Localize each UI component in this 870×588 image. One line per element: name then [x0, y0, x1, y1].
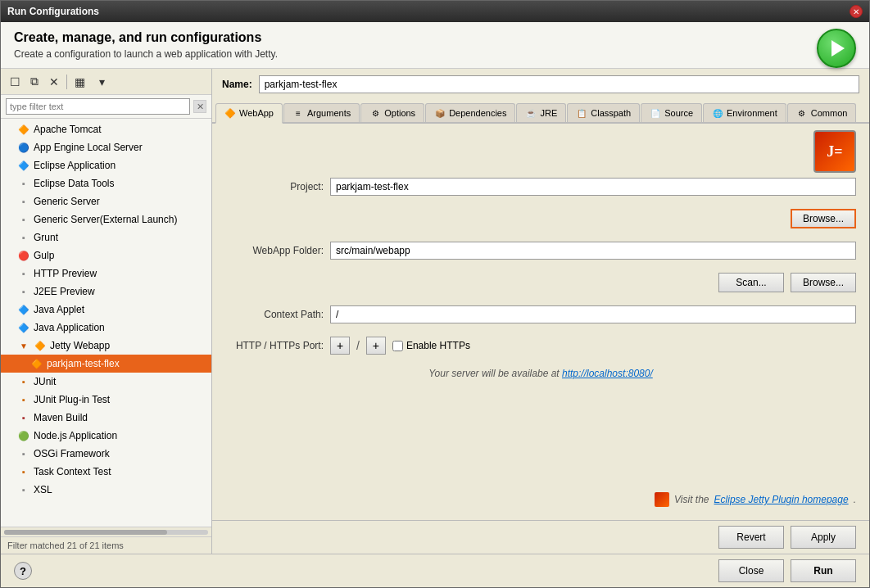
filter-config-button[interactable]: ▦ — [70, 73, 88, 91]
close-window-button[interactable]: ✕ — [850, 5, 863, 18]
filter-clear-button[interactable]: ✕ — [193, 100, 206, 113]
name-input[interactable] — [259, 75, 859, 93]
tab-options-label: Options — [384, 108, 415, 118]
tab-common[interactable]: ⚙ Common — [787, 103, 857, 122]
tab-jre-label: JRE — [540, 108, 557, 118]
tab-source-label: Source — [664, 108, 693, 118]
tree-item-apache-tomcat[interactable]: 🔶 Apache Tomcat — [1, 120, 211, 138]
tree-item-j2ee-preview[interactable]: ▪ J2EE Preview — [1, 283, 211, 301]
tree-item-junit-plugin[interactable]: ▪ JUnit Plug-in Test — [1, 391, 211, 409]
revert-apply-bar: Revert Apply — [212, 520, 869, 554]
jetty-webapp-icon: 🔶 — [34, 339, 47, 352]
http-port-row: HTTP / HTTPs Port: + / + Enable HTTPs — [225, 337, 856, 355]
close-button[interactable]: Close — [718, 559, 784, 582]
tree-item-junit[interactable]: ▪ JUnit — [1, 373, 211, 391]
copy-config-button[interactable]: ⧉ — [25, 73, 43, 91]
main-content: ☐ ⧉ ✕ ▦ ▾ ✕ 🔶 Apache Tomcat 🔵 — [1, 69, 869, 554]
tree-label: Generic Server(External Launch) — [34, 214, 177, 225]
tab-jre[interactable]: ☕ JRE — [516, 103, 566, 122]
tree-item-http-preview[interactable]: ▪ HTTP Preview — [1, 265, 211, 283]
run-header-button[interactable] — [817, 29, 856, 68]
tree-label: Eclipse Data Tools — [34, 178, 115, 189]
project-row: Project: — [225, 178, 856, 196]
tree-item-osgi[interactable]: ▪ OSGi Framework — [1, 445, 211, 463]
tab-common-label: Common — [811, 108, 848, 118]
http-preview-icon: ▪ — [17, 267, 30, 280]
server-message: Your server will be availabe at http://l… — [225, 368, 856, 379]
tree-item-eclipse-app[interactable]: 🔷 Eclipse Application — [1, 156, 211, 174]
apply-button[interactable]: Apply — [791, 526, 856, 549]
left-panel: ☐ ⧉ ✕ ▦ ▾ ✕ 🔶 Apache Tomcat 🔵 — [1, 69, 212, 554]
tree-label: Grunt — [34, 232, 58, 243]
footer-bar: ? Close Run — [1, 554, 869, 587]
tree-label: Node.js Application — [34, 430, 117, 441]
webapp-folder-input[interactable] — [330, 242, 856, 260]
tree-item-java-applet[interactable]: 🔷 Java Applet — [1, 301, 211, 319]
new-config-button[interactable]: ☐ — [6, 73, 24, 91]
webapp-folder-row: WebApp Folder: — [225, 242, 856, 260]
tree-item-parkjam-test-flex[interactable]: 🔶 parkjam-test-flex — [1, 355, 211, 373]
project-label: Project: — [225, 181, 324, 192]
server-message-text: Your server will be availabe at — [428, 368, 559, 379]
webapp-content: J= Project: Browse... WebApp Folder: — [212, 124, 869, 520]
osgi-icon: ▪ — [17, 447, 30, 460]
tree-item-java-application[interactable]: 🔷 Java Application — [1, 319, 211, 337]
help-button[interactable]: ? — [14, 562, 32, 580]
config-menu-button[interactable]: ▾ — [90, 73, 113, 91]
tree-item-jetty-webapp-group[interactable]: ▼ 🔶 Jetty Webapp — [1, 337, 211, 355]
tree-item-task-context-test[interactable]: ▪ Task Context Test — [1, 463, 211, 481]
tree-item-maven-build[interactable]: ▪ Maven Build — [1, 409, 211, 427]
filter-status: Filter matched 21 of 21 items — [1, 536, 211, 554]
tree-label: Task Context Test — [34, 466, 111, 477]
tree-label: JUnit Plug-in Test — [34, 394, 110, 405]
left-toolbar: ☐ ⧉ ✕ ▦ ▾ — [1, 69, 211, 95]
java-applet-icon: 🔷 — [17, 303, 30, 316]
tree-item-xsl[interactable]: ▪ XSL — [1, 481, 211, 499]
nodejs-icon: 🟢 — [17, 429, 30, 442]
enable-https-label: Enable HTTPs — [392, 340, 470, 351]
run-button[interactable]: Run — [791, 559, 856, 582]
http-port-plus-button[interactable]: + — [330, 337, 350, 355]
tab-environment[interactable]: 🌐 Environment — [703, 103, 786, 122]
tree-item-generic-server[interactable]: ▪ Generic Server — [1, 192, 211, 210]
enable-https-checkbox[interactable] — [392, 341, 403, 351]
tree-item-nodejs[interactable]: 🟢 Node.js Application — [1, 427, 211, 445]
tree-item-generic-server-ext[interactable]: ▪ Generic Server(External Launch) — [1, 210, 211, 228]
spacer — [225, 392, 856, 479]
tree-item-app-engine[interactable]: 🔵 App Engine Local Server — [1, 138, 211, 156]
context-path-label: Context Path: — [225, 309, 324, 320]
revert-button[interactable]: Revert — [718, 526, 784, 549]
tree-item-gulp[interactable]: 🔴 Gulp — [1, 247, 211, 265]
tab-source[interactable]: 📄 Source — [641, 103, 702, 122]
jetty-logo: J= — [813, 130, 856, 173]
webapp-folder-browse-button[interactable]: Browse... — [791, 273, 856, 292]
tab-options[interactable]: ⚙ Options — [360, 103, 424, 122]
tab-webapp[interactable]: 🔶 WebApp — [215, 103, 283, 124]
window-title: Run Configurations — [7, 6, 99, 17]
context-path-input[interactable] — [330, 305, 856, 323]
tree-label: Apache Tomcat — [34, 124, 102, 135]
dependencies-tab-icon: 📦 — [434, 107, 446, 119]
server-link[interactable]: http://localhost:8080/ — [562, 368, 653, 379]
tree-label: J2EE Preview — [34, 286, 95, 297]
right-panel: Name: 🔶 WebApp ≡ Arguments ⚙ Options — [212, 69, 869, 554]
project-browse-button[interactable]: Browse... — [791, 209, 856, 228]
tree-item-eclipse-data[interactable]: ▪ Eclipse Data Tools — [1, 174, 211, 192]
tree-label: App Engine Local Server — [34, 142, 143, 153]
delete-config-button[interactable]: ✕ — [45, 73, 63, 91]
tree-label: JUnit — [34, 376, 56, 387]
project-input[interactable] — [330, 178, 856, 196]
https-port-plus-button[interactable]: + — [366, 337, 386, 355]
tab-dependencies[interactable]: 📦 Dependencies — [425, 103, 515, 122]
filter-input[interactable] — [6, 98, 190, 115]
eclipse-data-icon: ▪ — [17, 177, 30, 190]
jetty-logo-text: J= — [827, 143, 842, 161]
tab-classpath-label: Classpath — [591, 108, 631, 118]
scan-button[interactable]: Scan... — [718, 273, 784, 292]
tab-arguments[interactable]: ≡ Arguments — [283, 103, 360, 122]
toolbar-separator — [66, 75, 67, 89]
jetty-homepage-link[interactable]: Eclipse Jetty Plugin homepage — [714, 494, 849, 505]
tree-item-grunt[interactable]: ▪ Grunt — [1, 228, 211, 247]
scrollbar[interactable] — [4, 530, 208, 535]
tab-classpath[interactable]: 📋 Classpath — [567, 103, 640, 122]
